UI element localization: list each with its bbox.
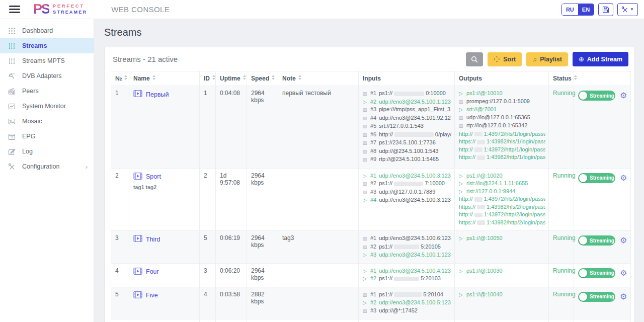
play-icon[interactable]: ▷ bbox=[363, 98, 370, 106]
play-icon[interactable]: ▷ bbox=[459, 90, 466, 98]
output-url[interactable]: rist://127.0.0.1:9944 bbox=[466, 188, 515, 194]
input-url[interactable]: udp://eno3@234.5.100.5:1234 bbox=[379, 299, 451, 305]
output-url[interactable]: srt://@:7001 bbox=[466, 106, 497, 112]
play-icon[interactable]: ▷ bbox=[459, 180, 466, 188]
column-header-Note[interactable]: Note bbox=[278, 71, 359, 86]
output-url[interactable]: ps1://@:10030 bbox=[466, 268, 503, 274]
streaming-toggle[interactable]: Streaming bbox=[578, 173, 615, 183]
pause-icon[interactable]: ▯▯ bbox=[363, 131, 370, 139]
play-icon[interactable]: ▷ bbox=[459, 267, 466, 275]
sidebar-item-log[interactable]: Log bbox=[0, 144, 94, 159]
column-header-Speed[interactable]: Speed bbox=[247, 71, 278, 86]
gear-icon[interactable]: ⚙ bbox=[620, 236, 627, 245]
input-url[interactable]: udp://eno3@234.5.100.3:1234 bbox=[379, 173, 451, 179]
lang-ru-button[interactable]: RU bbox=[562, 4, 578, 15]
pause-icon[interactable]: ▯▯ bbox=[363, 291, 370, 299]
output-url[interactable]: http://1:43972/hls/1/login/password... bbox=[459, 131, 545, 137]
input-url[interactable]: udp://eno3@234.5.100.1:1234 bbox=[379, 99, 451, 105]
sort-arrows-icon[interactable] bbox=[212, 75, 215, 80]
stream-name-link[interactable]: Первый bbox=[146, 91, 169, 98]
input-url[interactable]: ps1://234.5.100.1:7736 bbox=[379, 139, 436, 145]
pause-icon[interactable]: ▯▯ bbox=[459, 122, 466, 130]
toggle-knob[interactable] bbox=[579, 174, 587, 182]
pause-icon[interactable]: ▯▯ bbox=[363, 139, 370, 147]
streaming-toggle[interactable]: Streaming bbox=[578, 235, 615, 246]
hamburger-menu-icon[interactable] bbox=[9, 4, 20, 15]
play-icon[interactable]: ▷ bbox=[459, 188, 466, 196]
streaming-toggle[interactable]: Streaming bbox=[578, 292, 615, 302]
input-url[interactable]: udp://@127.0.0.1:7889 bbox=[379, 189, 435, 195]
output-url[interactable]: http://1:43972/http/1/login/password bbox=[459, 146, 545, 152]
input-url[interactable]: rtp://@234.5.100.1:5465 bbox=[379, 156, 439, 162]
sort-arrows-icon[interactable] bbox=[124, 75, 127, 80]
toggle-knob[interactable] bbox=[579, 269, 587, 277]
sort-arrows-icon[interactable] bbox=[152, 75, 155, 80]
search-button[interactable] bbox=[466, 52, 483, 66]
input-url[interactable]: udp://eno3@234.5.100.1:1234 bbox=[379, 252, 451, 258]
pause-icon[interactable]: ▯▯ bbox=[363, 106, 370, 114]
pause-icon[interactable]: ▯▯ bbox=[363, 189, 370, 197]
input-url[interactable]: ps1://5:20103 bbox=[379, 275, 441, 281]
play-icon[interactable]: ▷ bbox=[459, 291, 466, 299]
sidebar-item-mosaic[interactable]: Mosaic bbox=[0, 114, 94, 129]
input-url[interactable]: ps1://5:20104 bbox=[379, 291, 443, 297]
output-url[interactable]: https://1:43982/hls/1/login/passwor... bbox=[459, 138, 545, 144]
streaming-toggle[interactable]: Streaming bbox=[578, 268, 615, 278]
pause-icon[interactable]: ▯▯ bbox=[363, 180, 370, 188]
lang-en-button[interactable]: EN bbox=[578, 4, 594, 15]
sidebar-item-peers[interactable]: Peers bbox=[0, 84, 94, 99]
column-header-Uptime[interactable]: Uptime bbox=[216, 71, 247, 86]
input-url[interactable]: udp://eno3@234.5.101.92:1234 bbox=[379, 115, 451, 121]
input-url[interactable]: srt://127.0.0.1:543 bbox=[379, 123, 424, 129]
sort-arrows-icon[interactable] bbox=[272, 75, 275, 80]
output-url[interactable]: ps1://@:10040 bbox=[466, 291, 503, 297]
tools-menu-button[interactable]: ▼ bbox=[617, 3, 638, 16]
pause-icon[interactable]: ▯▯ bbox=[363, 115, 370, 123]
output-url[interactable]: https://1:43982/hls/2/login/passwor... bbox=[459, 204, 545, 210]
toggle-knob[interactable] bbox=[579, 236, 587, 245]
sidebar-item-epg[interactable]: 15EPG bbox=[0, 129, 94, 144]
stream-name-link[interactable]: Four bbox=[146, 268, 159, 275]
column-header-Status[interactable]: Status bbox=[549, 71, 574, 86]
stream-name-link[interactable]: Five bbox=[146, 292, 158, 299]
sort-arrows-icon[interactable] bbox=[243, 75, 246, 80]
pause-icon[interactable]: ▯▯ bbox=[459, 114, 466, 122]
play-icon[interactable]: ▷ bbox=[459, 234, 466, 243]
play-icon[interactable]: ▷ bbox=[459, 172, 466, 180]
input-url[interactable]: ps1://7:10000 bbox=[379, 180, 445, 186]
sort-button[interactable]: Sort bbox=[488, 52, 522, 66]
toggle-knob[interactable] bbox=[579, 293, 587, 301]
input-url[interactable]: udp://eno3@234.5.100.4:1234 bbox=[379, 268, 451, 274]
play-icon[interactable]: ▷ bbox=[363, 172, 370, 180]
playlist-button[interactable]: ♫ Playlist bbox=[526, 52, 568, 66]
output-url[interactable]: prompeg://127.0.0.1:5009 bbox=[466, 98, 530, 104]
sort-arrows-icon[interactable] bbox=[574, 75, 577, 80]
stream-name-link[interactable]: Sport bbox=[146, 173, 161, 180]
input-url[interactable]: udp://@*:17452 bbox=[379, 307, 418, 313]
gear-icon[interactable]: ⚙ bbox=[620, 269, 627, 277]
play-icon[interactable]: ▷ bbox=[363, 267, 370, 275]
input-url[interactable]: udp://eno3@234.5.100.3:1234 bbox=[379, 197, 451, 203]
pause-icon[interactable]: ▯▯ bbox=[459, 98, 466, 106]
play-icon[interactable]: ▷ bbox=[363, 251, 370, 259]
play-icon[interactable]: ▷ bbox=[459, 106, 466, 114]
pause-icon[interactable]: ▯▯ bbox=[363, 307, 370, 315]
sidebar-item-dashboard[interactable]: Dashboard bbox=[0, 23, 94, 38]
output-url[interactable]: rist://lo@224.1.1.11:6655 bbox=[466, 180, 528, 186]
toggle-knob[interactable] bbox=[579, 92, 587, 100]
play-icon[interactable]: ▷ bbox=[363, 275, 370, 283]
gear-icon[interactable]: ⚙ bbox=[620, 92, 627, 100]
stream-name-link[interactable]: Third bbox=[146, 236, 160, 243]
sidebar-item-streams[interactable]: Streams bbox=[0, 38, 94, 53]
play-icon[interactable]: ▷ bbox=[363, 196, 370, 204]
output-url[interactable]: rtp://lo@127.0.0.1:65342 bbox=[466, 122, 527, 128]
pause-icon[interactable]: ▯▯ bbox=[363, 123, 370, 131]
sidebar-item-system-monitor[interactable]: System Monitor bbox=[0, 99, 94, 114]
streaming-toggle[interactable]: Streaming bbox=[578, 91, 615, 101]
output-url[interactable]: ps1://@:10020 bbox=[466, 173, 503, 179]
gear-icon[interactable]: ⚙ bbox=[620, 174, 627, 182]
input-url[interactable]: ps1://0:10000 bbox=[379, 90, 446, 96]
input-url[interactable]: pipe:///tmp/pss_app1_First_3.fifo bbox=[379, 106, 451, 112]
input-url[interactable]: udp://eno3@234.5.100.6:1234 bbox=[379, 235, 451, 241]
output-url[interactable]: ps1://@:10050 bbox=[466, 235, 503, 241]
